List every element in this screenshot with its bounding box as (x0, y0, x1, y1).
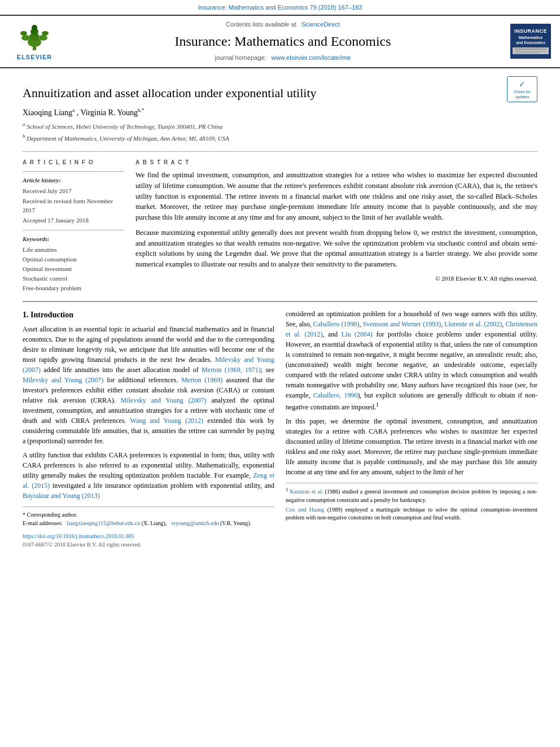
ref-milevsky-young-2007c[interactable]: Milevsky and Young (2007) (121, 396, 207, 404)
affil-b-sup: b (23, 133, 25, 139)
ref-caballero-1990b[interactable]: Caballero, 1990 (313, 391, 358, 399)
author-liang: Xiaoqing Liang (23, 108, 72, 116)
received-date: Received July 2017 (23, 187, 124, 196)
article-title: Annuitization and asset allocation under… (23, 84, 537, 102)
affil-a: a School of Sciences, Hebei University o… (23, 121, 537, 132)
ref-svensson-werner-1993[interactable]: Svensson and Werner (1993) (363, 320, 441, 328)
email-block: E-mail addresses: liangxiaoqing115@hebut… (23, 519, 274, 527)
history-label: Article history: (23, 176, 124, 185)
contents-available-line: Contents lists available at ScienceDirec… (65, 20, 500, 29)
journal-header: ELSEVIER Contents lists available at Sci… (0, 15, 560, 68)
svg-point-4 (32, 25, 37, 30)
abstract-label: A B S T R A C T (135, 159, 537, 167)
ref-cox-huang-1989[interactable]: Cox and Huang (286, 506, 324, 513)
keyword-4: Stochastic control (23, 274, 124, 283)
copyright-notice: © 2018 Elsevier B.V. All rights reserved… (135, 274, 537, 283)
keyword-5: Free-boundary problem (23, 284, 124, 293)
article-info-label: A R T I C L E I N F O (23, 159, 124, 167)
footnote-2-year: (1989) (327, 506, 343, 513)
elsevier-logo: ELSEVIER (9, 21, 60, 62)
intro-right-para1: considered an optimization problem for a… (286, 309, 537, 412)
elsevier-tree-icon (15, 21, 54, 52)
abstract-para1: We find the optimal investment, consumpt… (135, 170, 537, 223)
email-label: E-mail addresses: (23, 520, 63, 526)
affil-b-text: Department of Mathematics, University of… (27, 135, 229, 142)
ref-bayraktar-young-2013[interactable]: Bayraktar and Young (2013) (23, 492, 100, 500)
rights-line: 0167-6687/© 2018 Elsevier B.V. All right… (23, 540, 274, 549)
affil-b: b Department of Mathematics, University … (23, 133, 537, 143)
email2-link[interactable]: vryoung@umich.edu (171, 520, 218, 526)
email1-link[interactable]: liangxiaoqing115@hebut.edu.cn (67, 520, 140, 526)
received-revised-date: Received in revised form November 2017 (23, 197, 124, 215)
article-body: A R T I C L E I N F O Article history: R… (23, 151, 537, 294)
intro-heading: 1. Introduction (23, 309, 274, 321)
journal-citation-bar: Insurance: Mathematics and Economics 79 … (0, 0, 560, 15)
author-liang-sup: a (72, 107, 75, 113)
journal-homepage: journal homepage: www.elsevier.com/locat… (65, 54, 500, 63)
ref-llorente-2002[interactable]: Llorente et al. (2002) (444, 320, 502, 328)
ref-zeng-2015[interactable]: Zeng et al. (2015) (23, 471, 274, 490)
contents-label: Contents lists available at (226, 21, 296, 28)
affil-a-sup: a (23, 121, 25, 127)
check-updates-icon: ✓ (509, 79, 535, 89)
elsevier-wordmark: ELSEVIER (17, 53, 52, 62)
sciencedirect-link[interactable]: ScienceDirect (301, 21, 340, 28)
correspond-area: * Corresponding author. E-mail addresses… (23, 506, 274, 527)
svg-point-5 (21, 35, 30, 41)
page-content: ✓ Check for updates Annuitization and as… (0, 68, 560, 557)
ref-merton-1969[interactable]: Merton (1969, 1971) (202, 366, 261, 374)
section-divider (23, 301, 537, 302)
footnote-1: 1 Karatzas et al. (1986) studied a gener… (286, 487, 537, 504)
affil-a-text: School of Sciences, Hebei University of … (27, 123, 222, 130)
homepage-label: journal homepage: (215, 54, 266, 61)
intro-left-para2: A utility function that exhibits CARA pr… (23, 450, 274, 501)
footnote-ref-1: 1 (376, 401, 379, 408)
doi-block: https://doi.org/10.1016/j.insmatheco.201… (23, 532, 274, 549)
keyword-3: Optimal investment (23, 265, 124, 274)
ref-karatzas-1986[interactable]: Karatzas et al. (290, 489, 323, 495)
svg-point-6 (20, 31, 27, 36)
keyword-1: Life annuities (23, 246, 124, 255)
abstract-text: We find the optimal investment, consumpt… (135, 170, 537, 270)
ref-liu-2004[interactable]: Liu (2004) (342, 330, 373, 338)
article-info-panel: A R T I C L E I N F O Article history: R… (23, 159, 124, 294)
ref-milevsky-young-2007b[interactable]: Milevsky and Young (2007) (23, 376, 103, 384)
footnote-area: 1 Karatzas et al. (1986) studied a gener… (286, 483, 537, 521)
author-young: , Virginia R. Young (77, 108, 138, 116)
authors-line: Xiaoqing Lianga , Virginia R. Youngb,* (23, 107, 537, 119)
abstract-block: A B S T R A C T We find the optimal inve… (135, 159, 537, 294)
keyword-2: Optimal consumption (23, 255, 124, 264)
abstract-para2: Because maximizing exponential utility g… (135, 228, 537, 270)
intro-right-para2: In this paper, we determine the optimal … (286, 416, 537, 477)
journal-title-block: Contents lists available at ScienceDirec… (65, 20, 500, 63)
ref-merton-1969b[interactable]: Merton (1969) (181, 376, 222, 384)
insurance-journal-badge: INSURANCE Mathematics and Economics (506, 24, 551, 59)
footnote-1-sup: 1 (286, 487, 288, 492)
badge-box: INSURANCE Mathematics and Economics (510, 24, 551, 59)
footnote-2: Cox and Huang (1989) employed a martinga… (286, 506, 537, 522)
homepage-url[interactable]: www.elsevier.com/locate/ime (272, 54, 351, 61)
svg-point-7 (38, 35, 47, 41)
check-updates-label: Check for updates (514, 90, 531, 99)
corresponding-label: * Corresponding author. (23, 510, 274, 519)
footnote-1-year: (1986) (325, 489, 340, 495)
check-updates-wrap: ✓ Check for updates (507, 76, 537, 102)
two-column-body: 1. Introduction Asset allocation is an e… (23, 309, 537, 549)
email1-name: (X. Liang), (142, 520, 167, 526)
badge-title: INSURANCE (514, 28, 547, 35)
svg-point-8 (42, 31, 49, 36)
check-updates-badge: ✓ Check for updates (507, 76, 537, 102)
badge-subtitle: Mathematics and Economics (516, 35, 545, 45)
doi-url[interactable]: https://doi.org/10.1016/j.insmatheco.201… (23, 532, 274, 540)
journal-title: Insurance: Mathematics and Economics (65, 32, 500, 51)
footnote-1-author-link: Karatzas et al. (290, 489, 325, 495)
author-young-sup: b,* (138, 107, 144, 113)
keywords-label: Keywords: (23, 235, 124, 244)
ref-caballero-1990[interactable]: Caballero (1990) (313, 320, 360, 328)
journal-citation: Insurance: Mathematics and Economics 79 … (198, 4, 362, 11)
right-column: considered an optimization problem for a… (286, 309, 537, 549)
left-column: 1. Introduction Asset allocation is an e… (23, 309, 274, 549)
intro-left-para1: Asset allocation is an essential topic i… (23, 324, 274, 446)
ref-wang-young-2012[interactable]: Wang and Young (2012) (130, 417, 204, 425)
email2-name: (V.R. Young). (220, 520, 251, 526)
